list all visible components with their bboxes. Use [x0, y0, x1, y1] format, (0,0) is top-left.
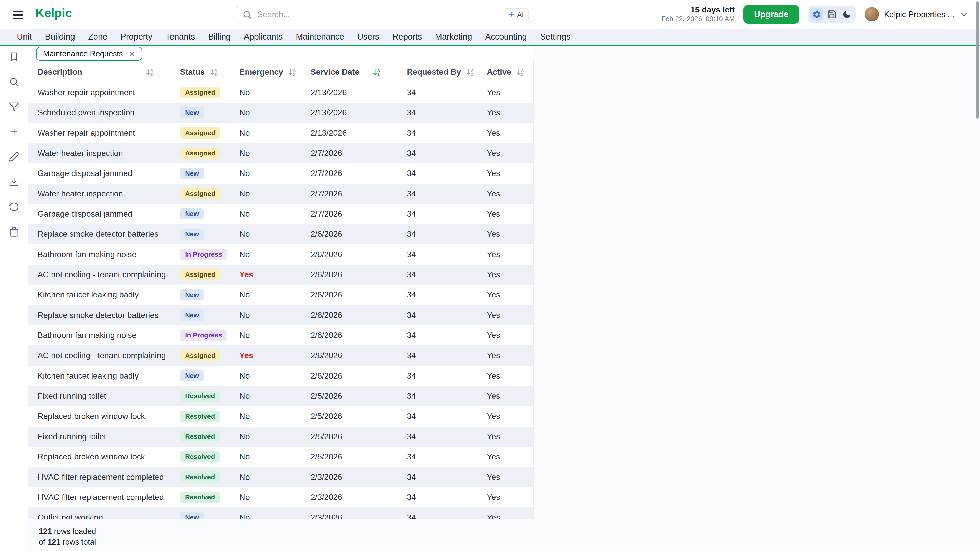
upgrade-button[interactable]: Upgrade: [743, 5, 799, 24]
cell-service-date: 2/6/2026: [301, 351, 397, 360]
table-row[interactable]: Washer repair appointmentAssignedNo2/13/…: [28, 83, 533, 103]
table-row[interactable]: Water heater inspectionAssignedNo2/7/202…: [28, 143, 533, 163]
svg-text:A: A: [471, 68, 473, 73]
table-row[interactable]: Fixed running toiletResolvedNo2/5/202634…: [28, 427, 533, 447]
topbar-right: 15 days left Feb 22, 2026, 09:10 AM Upgr…: [662, 0, 969, 29]
table-row[interactable]: Water heater inspectionAssignedNo2/7/202…: [28, 184, 533, 204]
sidebar-undo-button[interactable]: [5, 198, 23, 216]
table-row[interactable]: Outlet not workingNewNo2/3/202634Yes: [28, 507, 533, 519]
nav-item-settings[interactable]: Settings: [540, 32, 570, 41]
nav-item-marketing[interactable]: Marketing: [435, 32, 472, 41]
sort-icon[interactable]: A Z: [146, 68, 154, 76]
cell-status: Assigned: [171, 148, 230, 159]
status-badge: New: [180, 107, 204, 118]
cell-emergency: No: [230, 250, 301, 259]
nav-item-unit[interactable]: Unit: [17, 32, 32, 41]
cell-emergency: Yes: [230, 270, 301, 279]
column-label: Service Date: [310, 67, 360, 77]
table-row[interactable]: Garbage disposal jammedNewNo2/7/202634Ye…: [28, 163, 533, 183]
cell-active: Yes: [477, 189, 533, 198]
nav-item-reports[interactable]: Reports: [392, 32, 422, 41]
table-row[interactable]: Garbage disposal jammedNewNo2/7/202634Ye…: [28, 204, 533, 224]
nav-item-tenants[interactable]: Tenants: [165, 32, 195, 41]
sort-icon[interactable]: A Z: [288, 68, 297, 76]
status-badge: Resolved: [180, 411, 220, 422]
table-row[interactable]: Replaced broken window lockResolvedNo2/5…: [28, 406, 533, 426]
app-logo[interactable]: Kelpic: [36, 6, 72, 20]
cell-description: Water heater inspection: [28, 189, 170, 198]
nav-item-applicants[interactable]: Applicants: [244, 32, 283, 41]
column-header-active[interactable]: Active A Z: [477, 62, 533, 82]
account-menu[interactable]: Kelpic Properties ...: [865, 7, 969, 21]
table-row[interactable]: AC not cooling - tenant complainingAssig…: [28, 345, 533, 365]
nav-item-building[interactable]: Building: [45, 32, 75, 41]
dark-mode-button[interactable]: [840, 8, 853, 21]
svg-text:A: A: [377, 68, 380, 73]
status-badge: Assigned: [180, 350, 220, 361]
quick-actions: [808, 6, 856, 23]
nav-item-accounting[interactable]: Accounting: [485, 32, 527, 41]
table-row[interactable]: Fixed running toiletResolvedNo2/5/202634…: [28, 386, 533, 406]
table-row[interactable]: Replace smoke detector batteriesNewNo2/6…: [28, 305, 533, 325]
cell-service-date: 2/13/2026: [301, 128, 397, 138]
search-icon: [9, 76, 19, 87]
nav-item-maintenance[interactable]: Maintenance: [296, 32, 344, 41]
delete-icon: [9, 227, 19, 237]
sidebar-delete-button[interactable]: [5, 223, 23, 241]
cell-service-date: 2/7/2026: [301, 209, 397, 219]
column-header-description[interactable]: Description A Z: [28, 62, 170, 82]
nav-item-billing[interactable]: Billing: [208, 32, 231, 41]
settings-gear-button[interactable]: [810, 8, 823, 21]
column-header-emergency[interactable]: Emergency A Z: [230, 62, 301, 82]
vertical-scrollbar[interactable]: [976, 1, 979, 119]
status-badge: New: [180, 310, 204, 321]
tab-maintenance-requests[interactable]: Maintenance Requests: [36, 47, 142, 61]
trial-days-left: 15 days left: [662, 5, 735, 14]
cell-requested-by: 34: [398, 472, 477, 482]
nav-item-zone[interactable]: Zone: [88, 32, 107, 41]
sidebar-add-button[interactable]: [5, 123, 23, 141]
column-header-service-date[interactable]: Service Date A Z: [301, 62, 397, 82]
sidebar-filter-button[interactable]: [5, 98, 23, 116]
cell-status: New: [171, 229, 230, 240]
table-row[interactable]: AC not cooling - tenant complainingAssig…: [28, 265, 533, 285]
sort-icon[interactable]: A Z: [210, 68, 218, 76]
table-row[interactable]: Replaced broken window lockResolvedNo2/5…: [28, 447, 533, 467]
sidebar-edit-button[interactable]: [5, 148, 23, 165]
nav-item-users[interactable]: Users: [357, 32, 379, 41]
table-row[interactable]: Scheduled oven inspectionNewNo2/13/20263…: [28, 103, 533, 123]
cell-status: New: [171, 289, 230, 300]
sidebar-search-button[interactable]: [5, 73, 23, 91]
save-button[interactable]: [825, 8, 838, 21]
sidebar-bookmark-button[interactable]: [5, 48, 23, 66]
table-row[interactable]: Kitchen faucet leaking badlyNewNo2/6/202…: [28, 366, 533, 386]
table-row[interactable]: Bathroom fan making noiseIn ProgressNo2/…: [28, 245, 533, 265]
table-row[interactable]: Kitchen faucet leaking badlyNewNo2/6/202…: [28, 285, 533, 305]
cell-active: Yes: [477, 290, 533, 300]
sort-icon-active[interactable]: A Z: [372, 68, 381, 76]
sort-icon[interactable]: A Z: [466, 68, 475, 76]
column-header-status[interactable]: Status A Z: [171, 62, 230, 82]
column-header-requested-by[interactable]: Requested By A Z: [398, 62, 477, 82]
search-input[interactable]: [235, 6, 533, 23]
cell-description: Replaced broken window lock: [28, 411, 170, 421]
table-row[interactable]: HVAC filter replacement completedResolve…: [28, 487, 533, 507]
table-row[interactable]: Replace smoke detector batteriesNewNo2/6…: [28, 224, 533, 244]
table-row[interactable]: Washer repair appointmentAssignedNo2/13/…: [28, 123, 533, 143]
cell-active: Yes: [477, 513, 533, 518]
sidebar-download-button[interactable]: [5, 173, 23, 191]
sort-icon[interactable]: A Z: [516, 68, 525, 76]
close-icon[interactable]: [129, 50, 135, 57]
search-icon: [242, 10, 252, 19]
ai-toggle[interactable]: AI: [504, 8, 529, 21]
table-row[interactable]: Bathroom fan making noiseIn ProgressNo2/…: [28, 325, 533, 345]
cell-description: Garbage disposal jammed: [28, 168, 170, 178]
column-label: Status: [180, 67, 205, 77]
cell-active: Yes: [477, 270, 533, 279]
nav-item-property[interactable]: Property: [121, 32, 152, 41]
cell-service-date: 2/6/2026: [301, 270, 397, 279]
cell-requested-by: 34: [398, 209, 477, 219]
status-badge: In Progress: [180, 249, 227, 260]
table-row[interactable]: HVAC filter replacement completedResolve…: [28, 467, 533, 487]
menu-icon[interactable]: [12, 10, 26, 21]
